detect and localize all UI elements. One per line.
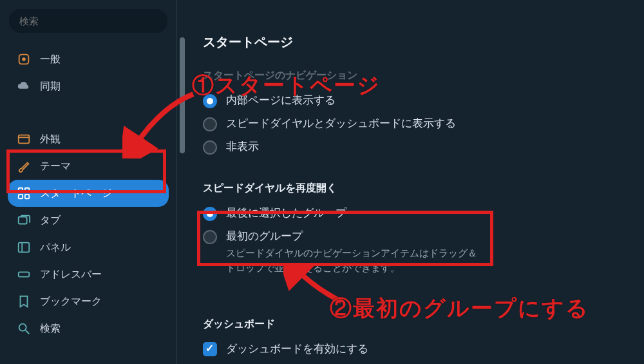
svg-rect-9	[19, 243, 30, 253]
radio-last-group[interactable]: 最後に選択したグループ	[203, 202, 618, 225]
window-icon	[17, 132, 31, 146]
radio-hide[interactable]: 非表示	[203, 135, 618, 158]
svg-rect-8	[19, 217, 27, 224]
tabs-icon	[17, 213, 31, 227]
svg-point-13	[19, 324, 26, 331]
svg-line-14	[26, 330, 30, 334]
checkbox-input[interactable]	[203, 342, 217, 356]
svg-rect-4	[19, 188, 23, 192]
address-bar-icon	[17, 267, 31, 282]
search-icon	[17, 321, 31, 336]
radio-label: 非表示	[226, 139, 259, 154]
checkbox-enable-dashboard[interactable]: ダッシュボードを有効にする	[203, 338, 618, 360]
radio-input[interactable]	[203, 140, 217, 155]
radio-label: 最後に選択したグループ	[226, 206, 346, 220]
settings-icon	[17, 52, 31, 66]
sidebar-item-label: テーマ	[40, 160, 71, 173]
annotation-label-2: ②最初のグループにする	[330, 294, 589, 323]
svg-rect-6	[19, 195, 23, 198]
sidebar-item-appearance[interactable]: 外観	[8, 126, 169, 153]
svg-point-1	[23, 58, 25, 61]
radio-label: 最初のグループ	[226, 229, 484, 244]
radio-input[interactable]	[203, 230, 217, 244]
speed-dial-icon	[17, 186, 31, 200]
sidebar-item-label: スタートページ	[40, 187, 112, 200]
sidebar-item-tabs[interactable]: タブ	[8, 207, 169, 234]
sidebar-item-search[interactable]: 検索	[8, 315, 169, 342]
sidebar-item-start-page[interactable]: スタートページ	[8, 180, 169, 207]
cloud-icon	[17, 79, 31, 93]
radio-label: スピードダイヤルとダッシュボードに表示する	[226, 116, 456, 131]
page-title: スタートページ	[203, 34, 618, 51]
checkbox-label: ダッシュボードを有効にする	[226, 341, 368, 356]
sidebar-item-label: パネル	[40, 241, 71, 254]
radio-input[interactable]	[203, 207, 217, 221]
search-input[interactable]	[9, 9, 167, 33]
settings-sidebar: 一般 同期 外観	[0, 0, 177, 364]
radio-input[interactable]	[203, 117, 217, 131]
sidebar-item-label: 検索	[40, 322, 61, 336]
search-container	[9, 9, 167, 33]
sidebar-item-general[interactable]: 一般	[8, 46, 169, 73]
svg-rect-5	[25, 188, 29, 192]
sidebar-item-panels[interactable]: パネル	[8, 234, 169, 261]
radio-description: スピードダイヤルのナビゲーションアイテムはドラッグ＆ドロップで並び替えることがで…	[226, 246, 484, 275]
bookmark-icon	[17, 294, 31, 309]
annotation-label-1: ①スタートページ	[192, 71, 381, 101]
sidebar-item-label: アドレスバー	[40, 268, 102, 282]
nav-group-appearance: 外観 テーマ スタートページ	[0, 122, 176, 346]
nav-group-general: 一般 同期	[0, 42, 176, 104]
svg-rect-2	[19, 135, 30, 144]
brush-icon	[17, 159, 31, 173]
sidebar-item-label: 外観	[40, 133, 61, 146]
radio-show-speed-dashboard[interactable]: スピードダイヤルとダッシュボードに表示する	[203, 112, 618, 135]
subsection-reopen-title: スピードダイヤルを再度開く	[203, 182, 618, 195]
sidebar-item-bookmarks[interactable]: ブックマーク	[8, 288, 169, 315]
sidebar-item-address-bar[interactable]: アドレスバー	[8, 261, 169, 288]
sidebar-item-label: タブ	[40, 214, 61, 227]
radio-first-group[interactable]: 最初のグループ スピードダイヤルのナビゲーションアイテムはドラッグ＆ドロップで並…	[203, 225, 618, 279]
panel-icon	[17, 240, 31, 254]
svg-rect-7	[25, 195, 29, 198]
sidebar-item-label: 同期	[40, 80, 61, 93]
sidebar-item-label: ブックマーク	[40, 295, 102, 309]
sidebar-item-sync[interactable]: 同期	[8, 73, 169, 100]
sidebar-item-label: 一般	[40, 53, 61, 66]
svg-rect-11	[19, 272, 30, 276]
sidebar-item-themes[interactable]: テーマ	[8, 153, 169, 180]
